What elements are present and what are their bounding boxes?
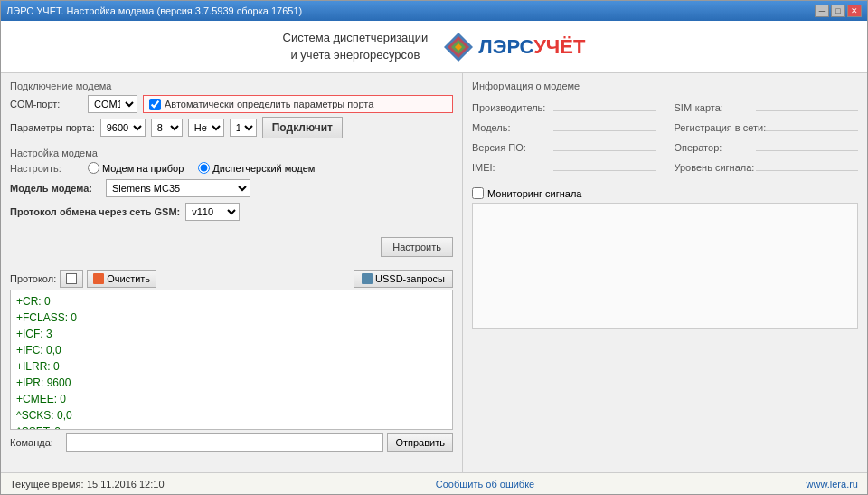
clear-button[interactable]: Очистить bbox=[87, 270, 156, 288]
main-window: ЛЭРС УЧЕТ. Настройка модема (версия 3.7.… bbox=[0, 0, 868, 495]
radio-dispatch-option[interactable]: Диспетчерский модем bbox=[198, 162, 315, 174]
footer-time-value: 15.11.2016 12:10 bbox=[87, 479, 165, 490]
command-row: Команда: Отправить bbox=[10, 433, 453, 452]
close-button[interactable]: ✕ bbox=[847, 5, 862, 17]
footer-time-area: Текущее время: 15.11.2016 12:10 bbox=[10, 478, 165, 490]
model-select[interactable]: Siemens MC35 Siemens TC35 Wavecom bbox=[106, 179, 250, 197]
header-tagline: Система диспетчеризации и учета энергоре… bbox=[283, 30, 429, 62]
title-bar: ЛЭРС УЧЕТ. Настройка модема (версия 3.7.… bbox=[1, 1, 867, 21]
ussd-button[interactable]: USSD-запросы bbox=[354, 270, 453, 288]
info-col-left: Производитель: Модель: Версия ПО: IMEI: bbox=[472, 99, 656, 178]
monitoring-checkbox[interactable] bbox=[472, 187, 484, 199]
com-port-select[interactable]: COM1 COM2 COM3 bbox=[88, 95, 137, 113]
minimize-button[interactable]: ─ bbox=[815, 5, 829, 17]
maximize-button[interactable]: □ bbox=[831, 5, 845, 17]
radio-device-option[interactable]: Модем на прибор bbox=[88, 162, 184, 174]
monitoring-label: Мониторинг сигнала bbox=[487, 188, 581, 199]
modem-info-title: Информация о модеме bbox=[472, 81, 858, 91]
stop-select[interactable]: 1 2 bbox=[230, 119, 257, 137]
manufacturer-label: Производитель: bbox=[472, 102, 553, 113]
com-label: COM-порт: bbox=[10, 99, 82, 109]
network-label: Регистрация в сети: bbox=[675, 122, 767, 133]
monitoring-header: Мониторинг сигнала bbox=[472, 187, 858, 199]
protocol-row: Протокол обмена через сеть GSM: v110 v32 bbox=[10, 203, 453, 221]
info-col-right: SIM-карта: Регистрация в сети: Оператор:… bbox=[675, 99, 859, 178]
log-line: +CR: 0 bbox=[16, 293, 447, 309]
monitoring-box bbox=[472, 203, 858, 329]
radio-dispatch[interactable] bbox=[198, 162, 210, 174]
configure-radio-row: Настроить: Модем на прибор Диспетчерский… bbox=[10, 162, 453, 174]
auto-detect-checkbox[interactable] bbox=[149, 99, 161, 110]
sim-item: SIM-карта: bbox=[675, 99, 859, 113]
configure-button[interactable]: Настроить bbox=[381, 237, 453, 257]
model-info-label: Модель: bbox=[472, 122, 553, 133]
network-item: Регистрация в сети: bbox=[675, 119, 859, 133]
firmware-label: Версия ПО: bbox=[472, 142, 553, 153]
signal-item: Уровень сигнала: bbox=[675, 158, 859, 173]
connection-section: Подключение модема COM-порт: COM1 COM2 C… bbox=[10, 81, 453, 142]
footer: Текущее время: 15.11.2016 12:10 Сообщить… bbox=[1, 472, 867, 494]
logo-text: ЛЭРСУЧЁТ bbox=[478, 35, 585, 59]
toolbar-left: Протокол: Очистить bbox=[10, 270, 156, 288]
protocol-label: Протокол обмена через сеть GSM: bbox=[10, 206, 180, 217]
connect-button[interactable]: Подключит bbox=[262, 117, 343, 138]
operator-value bbox=[756, 138, 859, 151]
signal-label: Уровень сигнала: bbox=[675, 162, 756, 173]
log-line: +CMEE: 0 bbox=[16, 391, 447, 407]
model-row: Модель модема: Siemens MC35 Siemens TC35… bbox=[10, 179, 453, 197]
log-area[interactable]: +CR: 0 +FCLASS: 0 +ICF: 3 +IFC: 0,0 +ILR… bbox=[10, 290, 453, 430]
imei-label: IMEI: bbox=[472, 162, 553, 173]
modem-setup-section: Настройка модема Настроить: Модем на при… bbox=[10, 148, 453, 264]
website-link[interactable]: www.lera.ru bbox=[807, 479, 858, 490]
auto-detect-label: Автоматически определить параметры порта bbox=[165, 99, 373, 109]
model-info-value bbox=[553, 119, 656, 131]
imei-item: IMEI: bbox=[472, 158, 656, 173]
command-label: Команда: bbox=[10, 437, 62, 448]
sim-label: SIM-карта: bbox=[675, 102, 756, 113]
log-line: +ICF: 3 bbox=[16, 326, 447, 342]
log-line: +IPR: 9600 bbox=[16, 375, 447, 391]
send-button[interactable]: Отправить bbox=[387, 433, 453, 452]
copy-button[interactable] bbox=[60, 270, 83, 288]
logo: ЛЭРСУЧЁТ bbox=[442, 31, 585, 63]
log-line: +ILRR: 0 bbox=[16, 358, 447, 375]
parity-select[interactable]: Нет Чётн bbox=[188, 119, 224, 137]
baud-select[interactable]: 9600 19200 115200 bbox=[100, 119, 146, 137]
log-line: +IFC: 0,0 bbox=[16, 342, 447, 358]
log-line: +FCLASS: 0 bbox=[16, 309, 447, 326]
imei-value bbox=[553, 158, 656, 171]
report-error-link[interactable]: Сообщить об ошибке bbox=[436, 479, 534, 490]
window-controls: ─ □ ✕ bbox=[815, 5, 862, 17]
sim-value bbox=[756, 99, 859, 111]
port-params-row: Параметры порта: 9600 19200 115200 8 7 Н… bbox=[10, 117, 453, 138]
protocol-label-text: Протокол: bbox=[10, 273, 56, 284]
monitoring-section: Мониторинг сигнала bbox=[472, 187, 858, 329]
protocol-toolbar: Протокол: Очистить USSD-запросы bbox=[10, 270, 453, 288]
signal-value bbox=[756, 158, 859, 171]
header-logo: Система диспетчеризации и учета энергоре… bbox=[283, 30, 586, 62]
modem-setup-title: Настройка модема bbox=[10, 148, 453, 158]
connection-title: Подключение модема bbox=[10, 81, 453, 91]
manufacturer-item: Производитель: bbox=[472, 99, 656, 113]
params-label: Параметры порта: bbox=[10, 122, 95, 133]
command-input[interactable] bbox=[66, 433, 383, 452]
log-line: ^SSET: 0 bbox=[16, 424, 447, 430]
logo-diamond-icon bbox=[442, 31, 475, 63]
model-info-item: Модель: bbox=[472, 119, 656, 133]
radio-device[interactable] bbox=[88, 162, 99, 174]
copy-icon bbox=[66, 273, 77, 284]
right-panel: Информация о модеме Производитель: Модел… bbox=[462, 73, 867, 472]
protocol-log-section: Протокол: Очистить USSD-запросы bbox=[10, 270, 453, 465]
protocol-select[interactable]: v110 v32 bbox=[185, 203, 240, 221]
model-label: Модель модема: bbox=[10, 183, 100, 194]
bits-select[interactable]: 8 7 bbox=[151, 119, 183, 137]
content-area: Подключение модема COM-порт: COM1 COM2 C… bbox=[1, 73, 867, 472]
window-title: ЛЭРС УЧЕТ. Настройка модема (версия 3.7.… bbox=[6, 5, 302, 16]
com-port-row: COM-порт: COM1 COM2 COM3 Автоматически о… bbox=[10, 95, 453, 113]
auto-detect-row: Автоматически определить параметры порта bbox=[143, 95, 453, 113]
left-panel: Подключение модема COM-порт: COM1 COM2 C… bbox=[1, 73, 462, 472]
operator-label: Оператор: bbox=[675, 142, 756, 153]
operator-item: Оператор: bbox=[675, 138, 859, 153]
configure-label: Настроить: bbox=[10, 163, 73, 174]
firmware-value bbox=[553, 138, 656, 151]
